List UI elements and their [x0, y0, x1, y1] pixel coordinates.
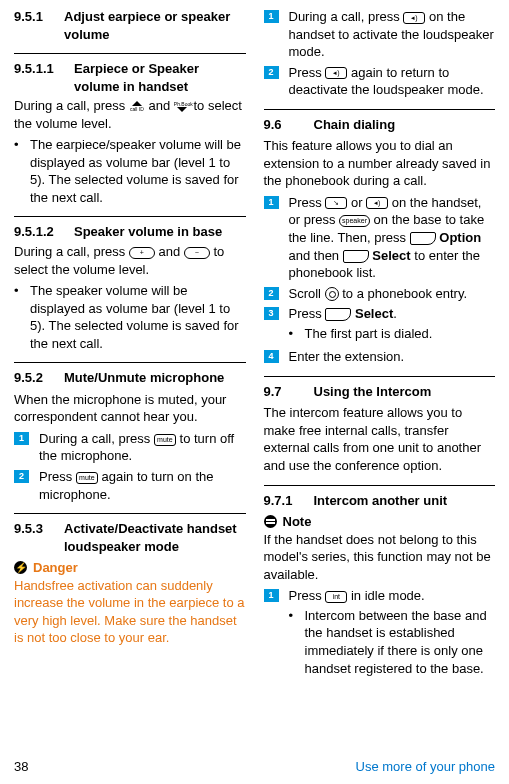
sectitle: Adjust earpiece or speaker volume — [64, 8, 246, 43]
right-column: 1 During a call, press ◂) on the handset… — [264, 8, 496, 750]
sectitle: Activate/Deactivate handset loudspeaker … — [64, 520, 246, 555]
left-column: 9.5.1 Adjust earpiece or speaker volume … — [14, 8, 246, 750]
plus-key-icon: + — [129, 247, 155, 259]
softkey-icon — [410, 232, 436, 245]
page-footer: 38 Use more of your phone — [14, 758, 495, 776]
sectitle: Mute/Unmute microphone — [64, 369, 224, 387]
note-heading: Note — [264, 513, 496, 531]
rule — [14, 362, 246, 363]
softkey-icon — [325, 308, 351, 321]
list-item: 2 Press ◂) again to return to deactivate… — [264, 64, 496, 99]
loudspeaker-key-icon: ◂) — [403, 12, 425, 24]
int-key-icon: int — [325, 591, 347, 603]
rule — [264, 376, 496, 377]
paragraph: During a call, press + and − to select t… — [14, 243, 246, 278]
nav-ring-icon — [325, 287, 339, 301]
secnum: 9.7.1 — [264, 492, 302, 510]
paragraph: This feature allows you to dial an exten… — [264, 137, 496, 190]
list-item: •Intercom between the base and the hands… — [289, 607, 496, 677]
sectitle: Intercom another unit — [314, 492, 448, 510]
heading-9-7-1: 9.7.1 Intercom another unit — [264, 492, 496, 510]
list-item: •The first part is dialed. — [289, 325, 496, 343]
step-badge-2: 2 — [264, 66, 279, 79]
list-item: 4 Enter the extension. — [264, 348, 496, 366]
heading-9-5-1: 9.5.1 Adjust earpiece or speaker volume — [14, 8, 246, 43]
secnum: 9.7 — [264, 383, 302, 401]
loudspeaker-key-icon: ◂) — [325, 67, 347, 79]
secnum: 9.5.1.1 — [14, 60, 62, 95]
sub-bullet-list: •The first part is dialed. — [289, 325, 496, 343]
heading-9-5-3: 9.5.3 Activate/Deactivate handset loudsp… — [14, 520, 246, 555]
heading-9-5-1-2: 9.5.1.2 Speaker volume in base — [14, 223, 246, 241]
step-badge-2: 2 — [14, 470, 29, 483]
nav-up-icon — [129, 101, 145, 112]
bullet-list: •The earpiece/speaker volume will be dis… — [14, 136, 246, 206]
rule — [14, 216, 246, 217]
step-badge-4: 4 — [264, 350, 279, 363]
step-list: 1 Press ↘ or ◂) on the handset, or press… — [264, 194, 496, 366]
mute-key-icon: mute — [154, 434, 176, 446]
secnum: 9.6 — [264, 116, 302, 134]
sectitle: Using the Intercom — [314, 383, 432, 401]
heading-9-6: 9.6 Chain dialing — [264, 116, 496, 134]
softkey-icon — [343, 250, 369, 263]
list-item: 2 Press mute again to turn on the microp… — [14, 468, 246, 503]
danger-heading: ⚡ Danger — [14, 559, 246, 577]
danger-text: Handsfree activation can suddenly increa… — [14, 577, 246, 647]
step-badge-3: 3 — [264, 307, 279, 320]
secnum: 9.5.1 — [14, 8, 52, 43]
list-item: 1 Press int in idle mode. •Intercom betw… — [264, 587, 496, 680]
list-item: 1 During a call, press mute to turn off … — [14, 430, 246, 465]
minus-key-icon: − — [184, 247, 210, 259]
list-item: 1 During a call, press ◂) on the handset… — [264, 8, 496, 61]
secnum: 9.5.3 — [14, 520, 52, 555]
rule — [14, 53, 246, 54]
page-number: 38 — [14, 758, 28, 776]
step-list: 1 Press int in idle mode. •Intercom betw… — [264, 587, 496, 680]
bullet-list: •The speaker volume will be displayed as… — [14, 282, 246, 352]
step-badge-1: 1 — [264, 589, 279, 602]
mute-key-icon: mute — [76, 472, 98, 484]
list-item: 1 Press ↘ or ◂) on the handset, or press… — [264, 194, 496, 282]
heading-9-5-2: 9.5.2 Mute/Unmute microphone — [14, 369, 246, 387]
heading-9-7: 9.7 Using the Intercom — [264, 383, 496, 401]
step-badge-1: 1 — [264, 196, 279, 209]
paragraph: When the microphone is muted, your corre… — [14, 391, 246, 426]
rule — [14, 513, 246, 514]
note-icon — [264, 515, 277, 528]
talk-key-icon: ↘ — [325, 197, 347, 209]
speaker-key-icon: speaker — [339, 215, 370, 227]
heading-9-5-1-1: 9.5.1.1 Earpiece or Speaker volume in ha… — [14, 60, 246, 95]
step-badge-2: 2 — [264, 287, 279, 300]
secnum: 9.5.2 — [14, 369, 52, 387]
handsfree-key-icon: ◂) — [366, 197, 388, 209]
paragraph: During a call, press and to select the v… — [14, 97, 246, 132]
chapter-title: Use more of your phone — [356, 758, 495, 776]
step-list: 1 During a call, press ◂) on the handset… — [264, 8, 496, 99]
list-item: •The earpiece/speaker volume will be dis… — [14, 136, 246, 206]
sub-bullet-list: •Intercom between the base and the hands… — [289, 607, 496, 677]
page-body: 9.5.1 Adjust earpiece or speaker volume … — [0, 0, 509, 750]
list-item: 2 Scroll to a phonebook entry. — [264, 285, 496, 303]
step-badge-1: 1 — [264, 10, 279, 23]
list-item: •The speaker volume will be displayed as… — [14, 282, 246, 352]
sectitle: Speaker volume in base — [74, 223, 222, 241]
rule — [264, 109, 496, 110]
paragraph: The intercom feature allows you to make … — [264, 404, 496, 474]
list-item: 3 Press Select. •The first part is diale… — [264, 305, 496, 345]
step-badge-1: 1 — [14, 432, 29, 445]
danger-icon: ⚡ — [14, 561, 27, 574]
note-text: If the handset does not belong to this m… — [264, 531, 496, 584]
sectitle: Earpiece or Speaker volume in handset — [74, 60, 246, 95]
rule — [264, 485, 496, 486]
sectitle: Chain dialing — [314, 116, 396, 134]
step-list: 1 During a call, press mute to turn off … — [14, 430, 246, 503]
secnum: 9.5.1.2 — [14, 223, 62, 241]
nav-down-icon — [174, 101, 190, 112]
